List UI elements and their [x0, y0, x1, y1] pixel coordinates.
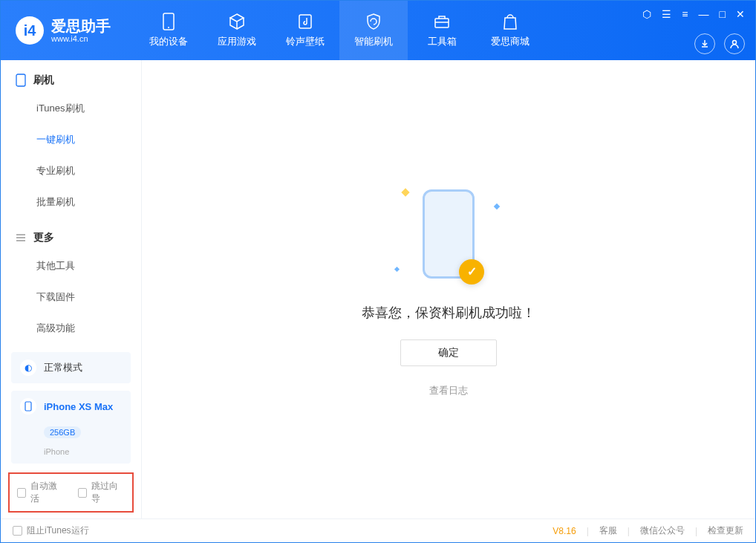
- shopping-bag-icon: [501, 13, 519, 30]
- nav-toolbox[interactable]: 工具箱: [408, 1, 476, 60]
- app-logo-badge: i4: [16, 16, 44, 45]
- check-icon: ✓: [459, 259, 484, 284]
- toolbox-icon: [433, 13, 451, 30]
- svg-point-1: [168, 27, 169, 28]
- sidebar-section-flash: 刷机: [1, 74, 141, 87]
- nav-apps-games[interactable]: 应用游戏: [203, 1, 271, 60]
- svg-point-4: [733, 41, 737, 45]
- device-storage: 256GB: [44, 426, 81, 438]
- list-icon[interactable]: ☰: [662, 8, 671, 20]
- sidebar-item-advanced[interactable]: 高级功能: [1, 313, 141, 344]
- phone-icon: [160, 13, 177, 30]
- close-button[interactable]: ✕: [736, 8, 745, 20]
- refresh-shield-icon: [365, 13, 382, 30]
- app-name: 爱思助手: [51, 18, 111, 34]
- version-label: V8.16: [553, 526, 576, 536]
- checkbox-box: [17, 488, 26, 498]
- maximize-button[interactable]: □: [720, 8, 726, 20]
- cube-icon: [228, 13, 246, 30]
- tshirt-icon[interactable]: ⬡: [642, 8, 651, 20]
- device-type: iPhone: [44, 447, 69, 456]
- checkbox-box: [78, 488, 87, 498]
- check-update-link[interactable]: 检查更新: [708, 524, 743, 537]
- checkbox-box: [13, 526, 22, 536]
- ok-button[interactable]: 确定: [400, 339, 497, 366]
- success-message: 恭喜您，保资料刷机成功啦！: [362, 304, 535, 322]
- user-button[interactable]: [724, 33, 745, 54]
- checkbox-skip-guide[interactable]: 跳过向导: [78, 480, 126, 505]
- music-note-icon: [296, 13, 314, 30]
- nav-ringtones[interactable]: 铃声壁纸: [271, 1, 339, 60]
- view-log-link[interactable]: 查看日志: [429, 384, 468, 397]
- sidebar-section-more: 更多: [1, 231, 141, 244]
- list-lines-icon: [16, 233, 26, 243]
- highlighted-options: 自动激活 跳过向导: [8, 472, 134, 513]
- statusbar: 阻止iTunes运行 V8.16 | 客服 | 微信公众号 | 检查更新: [1, 518, 755, 542]
- minimize-button[interactable]: —: [699, 8, 709, 20]
- device-phone-icon: [20, 398, 36, 414]
- svg-rect-6: [25, 402, 31, 411]
- sidebar-item-download-firmware[interactable]: 下载固件: [1, 282, 141, 313]
- window-controls: ⬡ ☰ ≡ — □ ✕: [642, 8, 745, 20]
- app-url: www.i4.cn: [51, 34, 111, 43]
- success-illustration: ✓: [389, 182, 508, 286]
- svg-rect-3: [435, 19, 449, 27]
- nav-store[interactable]: 爱思商城: [476, 1, 544, 60]
- menu-icon[interactable]: ≡: [682, 8, 688, 20]
- titlebar: i4 爱思助手 www.i4.cn 我的设备 应用游戏 铃声壁纸 智能刷机 工具…: [1, 1, 755, 60]
- device-card[interactable]: iPhone XS Max 256GB iPhone: [11, 391, 131, 464]
- sidebar-item-other-tools[interactable]: 其他工具: [1, 250, 141, 282]
- svg-rect-5: [16, 74, 25, 86]
- mode-icon: ◐: [20, 360, 36, 376]
- sidebar-item-oneclick-flash[interactable]: 一键刷机: [1, 124, 141, 155]
- main-content: ✓ 恭喜您，保资料刷机成功啦！ 确定 查看日志: [142, 60, 755, 518]
- sidebar: 刷机 iTunes刷机 一键刷机 专业刷机 批量刷机 更多 其他工具 下载固件 …: [1, 60, 142, 518]
- download-button[interactable]: [694, 33, 715, 54]
- nav-my-device[interactable]: 我的设备: [134, 1, 203, 60]
- wechat-link[interactable]: 微信公众号: [640, 524, 685, 537]
- sidebar-item-batch-flash[interactable]: 批量刷机: [1, 186, 141, 218]
- sidebar-item-pro-flash[interactable]: 专业刷机: [1, 155, 141, 186]
- checkbox-block-itunes[interactable]: 阻止iTunes运行: [13, 524, 89, 537]
- checkbox-auto-activate[interactable]: 自动激活: [17, 480, 65, 505]
- app-logo: i4 爱思助手 www.i4.cn: [1, 1, 134, 60]
- sidebar-item-itunes-flash[interactable]: iTunes刷机: [1, 93, 141, 124]
- phone-outline-icon: [16, 74, 26, 87]
- device-name: iPhone XS Max: [44, 401, 113, 412]
- mode-card[interactable]: ◐ 正常模式: [11, 352, 131, 383]
- nav-smart-flash[interactable]: 智能刷机: [339, 1, 408, 60]
- support-link[interactable]: 客服: [599, 524, 617, 537]
